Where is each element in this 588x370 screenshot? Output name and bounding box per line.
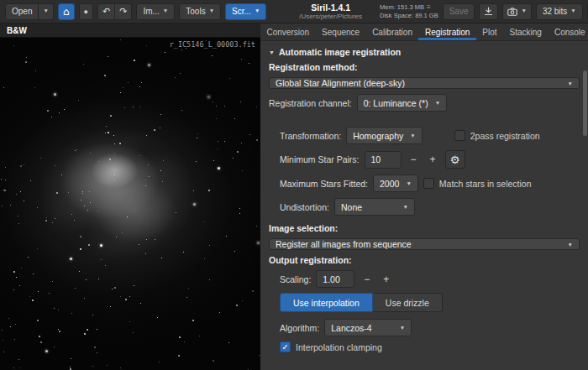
chevron-down-icon: ▼	[43, 8, 48, 14]
chevron-down-icon: ▼	[400, 325, 405, 331]
memory-menu-icon[interactable]: ≡	[427, 3, 431, 12]
use-drizzle-button[interactable]: Use drizzle	[373, 293, 443, 312]
processing-panel: Conversion Sequence Calibration Registra…	[260, 23, 588, 370]
home-icon: ⌂	[63, 6, 70, 18]
twopass-label: 2pass registration	[470, 131, 540, 141]
min-star-pairs-value: 10	[371, 154, 381, 164]
use-interpolation-label: Use interpolation	[293, 298, 360, 308]
tab-console[interactable]: Console	[548, 23, 588, 40]
registration-channel-dropdown[interactable]: 0: Luminance (*) ▼	[357, 94, 447, 112]
save-as-button[interactable]	[479, 3, 498, 20]
chevron-down-icon: ▼	[521, 8, 526, 14]
image-processing-label: Im...	[143, 7, 159, 16]
channel-label: B&W	[7, 26, 27, 35]
tab-sequence[interactable]: Sequence	[316, 23, 366, 40]
tab-label: Stacking	[510, 28, 542, 37]
min-pairs-increment-button[interactable]: +	[426, 151, 440, 169]
max-stars-dropdown[interactable]: 2000 ▼	[373, 175, 418, 192]
chevron-down-icon: ▼	[568, 242, 573, 248]
home-button[interactable]: ⌂	[58, 3, 75, 20]
min-star-pairs-entry[interactable]: 10	[365, 151, 402, 169]
star-detection-settings-button[interactable]: ⚙	[445, 150, 465, 169]
scripts-menu[interactable]: Scr...▼	[225, 3, 266, 20]
auto-registration-expander[interactable]: ▼ Automatic image registration	[269, 47, 580, 57]
scrollbar-thumb[interactable]	[583, 70, 587, 136]
image-viewer-panel: B&W r_IC5146_L_00003.fit	[0, 23, 260, 370]
undistortion-dropdown[interactable]: None ▼	[334, 198, 415, 216]
scripts-label: Scr...	[232, 7, 251, 16]
plus-icon: +	[430, 154, 436, 165]
method-label: Registration method:	[269, 62, 580, 72]
toolbar-right-group: Save ▼ 32 bits▼ ≡	[443, 3, 588, 20]
tab-calibration[interactable]: Calibration	[366, 23, 419, 40]
channel-bar[interactable]: B&W	[0, 23, 260, 38]
undistortion-value: None	[341, 202, 362, 212]
channel-select-label: Registration channel:	[269, 98, 352, 108]
tab-plot[interactable]: Plot	[476, 23, 503, 40]
scaling-increment-button[interactable]: +	[379, 270, 393, 288]
open-button[interactable]: Open	[5, 3, 39, 20]
scaling-value: 1.00	[323, 274, 339, 284]
undo-button[interactable]: ↶	[97, 3, 115, 20]
max-stars-label: Maximum Stars Fitted:	[280, 179, 368, 189]
tab-conversion[interactable]: Conversion	[260, 23, 316, 40]
scaling-decrement-button[interactable]: −	[360, 270, 374, 288]
image-selection-dropdown[interactable]: Register all images from sequence ▼	[269, 238, 580, 250]
use-interpolation-button[interactable]: Use interpolation	[280, 293, 373, 312]
expander-label: Automatic image registration	[279, 47, 401, 57]
record-icon: ●	[84, 8, 88, 16]
transformation-dropdown[interactable]: Homography ▼	[346, 127, 423, 144]
expander-arrow-icon: ▼	[269, 50, 275, 55]
undo-icon: ↶	[102, 6, 110, 17]
tab-label: Plot	[482, 28, 496, 37]
chevron-down-icon: ▼	[435, 100, 440, 106]
scaling-entry[interactable]: 1.00	[316, 270, 354, 288]
minus-icon: −	[364, 274, 370, 285]
min-pairs-decrement-button[interactable]: −	[407, 151, 421, 169]
image-filename: r_IC5146_L_00003.fit	[170, 40, 255, 49]
minus-icon: −	[411, 154, 417, 165]
min-star-pairs-label: Minimum Star Pairs:	[280, 154, 360, 164]
bit-depth-label: 32 bits	[543, 7, 567, 16]
open-split-button: Open ▼	[5, 3, 54, 20]
tab-stacking[interactable]: Stacking	[503, 23, 548, 40]
tools-menu[interactable]: Tools▼	[179, 3, 221, 20]
open-recent-dropdown[interactable]: ▼	[39, 3, 53, 20]
interpolation-clamping-label: Interpolation clamping	[296, 342, 382, 352]
chevron-down-icon: ▼	[410, 133, 415, 138]
app-name: Siril-1.4.1	[299, 3, 362, 13]
undistortion-label: Undistortion:	[280, 202, 329, 212]
download-icon	[484, 7, 493, 16]
algorithm-dropdown[interactable]: Lanczos-4 ▼	[324, 319, 412, 336]
check-icon: ✓	[282, 342, 289, 352]
snapshot-button[interactable]: ▼	[502, 3, 531, 20]
nebula-image	[0, 38, 260, 370]
tab-label: Console	[554, 28, 585, 37]
chevron-down-icon: ▼	[209, 8, 214, 14]
registration-method-dropdown[interactable]: Global Star Alignment (deep-sky) ▼	[269, 77, 580, 89]
use-drizzle-label: Use drizzle	[386, 298, 429, 308]
twopass-checkbox[interactable]	[454, 130, 465, 141]
camera-icon	[507, 8, 517, 16]
match-stars-label: Match stars in selection	[439, 179, 532, 189]
tab-registration[interactable]: Registration	[418, 23, 475, 40]
redo-button[interactable]: ↷	[115, 3, 132, 20]
tab-label: Sequence	[322, 28, 360, 37]
chevron-down-icon: ▼	[406, 180, 411, 186]
match-stars-checkbox[interactable]	[423, 178, 434, 189]
save-button[interactable]: Save	[443, 3, 475, 20]
window-title: Siril-1.4.1 /Users/peter/Pictures	[299, 3, 362, 20]
livestack-button[interactable]: ●	[79, 3, 93, 20]
undo-redo-group: ↶ ↷	[97, 3, 132, 20]
gear-icon: ⚙	[450, 154, 460, 166]
tools-label: Tools	[186, 7, 205, 16]
tab-label: Conversion	[267, 28, 310, 37]
redo-icon: ↷	[119, 6, 127, 17]
bit-depth-dropdown[interactable]: 32 bits▼	[536, 3, 583, 20]
working-directory: /Users/peter/Pictures	[299, 13, 362, 20]
image-processing-menu[interactable]: Im...▼	[136, 3, 175, 20]
image-canvas[interactable]: r_IC5146_L_00003.fit	[0, 38, 260, 370]
chevron-down-icon: ▼	[568, 81, 573, 86]
method-value: Global Star Alignment (deep-sky)	[276, 78, 405, 88]
interpolation-clamping-checkbox[interactable]: ✓	[280, 341, 291, 352]
